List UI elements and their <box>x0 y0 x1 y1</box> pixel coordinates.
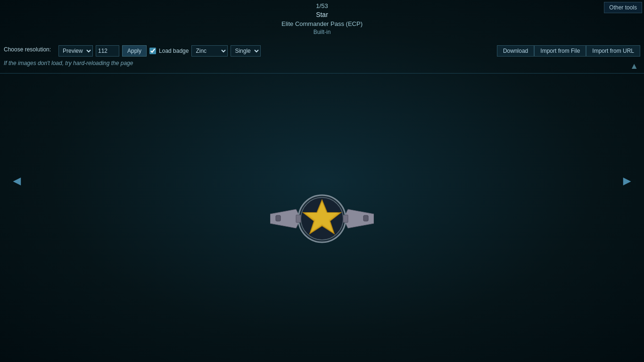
item-name: Star <box>281 10 363 20</box>
resolution-number[interactable] <box>96 45 119 57</box>
title-section: 1/53 Star Elite Commander Pass (ECP) Bui… <box>0 0 644 36</box>
svg-rect-0 <box>276 215 281 221</box>
divider <box>0 73 644 74</box>
badge-type-select[interactable]: Zinc Bronze Silver Gold Platinum <box>191 45 228 57</box>
import-url-button[interactable]: Import from URL <box>586 45 640 57</box>
action-buttons: Download Import from File Import from UR… <box>497 45 640 57</box>
hint-text: If the images don't load, try hard-reloa… <box>4 60 133 66</box>
download-button[interactable]: Download <box>497 45 534 57</box>
apply-button[interactable]: Apply <box>122 45 147 57</box>
other-tools-button[interactable]: Other tools <box>604 2 642 13</box>
svg-rect-7 <box>343 215 348 222</box>
resolution-select[interactable]: Preview 128 256 512 1024 <box>58 45 93 57</box>
svg-rect-6 <box>296 215 301 222</box>
badge-image <box>270 188 374 249</box>
import-file-button[interactable]: Import from File <box>534 45 586 57</box>
page-counter: 1/53 <box>281 2 363 10</box>
load-badge-checkbox[interactable] <box>149 48 156 54</box>
badge-mode-select[interactable]: Single All <box>231 45 261 57</box>
controls-area: Preview 128 256 512 1024 Apply Load badg… <box>0 43 644 58</box>
nav-up-button[interactable]: ▲ <box>630 61 638 71</box>
item-type: Built-in <box>281 28 363 36</box>
load-badge-label: Load badge <box>159 48 189 54</box>
svg-rect-1 <box>363 215 368 221</box>
badge-display-area <box>0 75 644 362</box>
item-subtitle: Elite Commander Pass (ECP) <box>281 20 363 28</box>
